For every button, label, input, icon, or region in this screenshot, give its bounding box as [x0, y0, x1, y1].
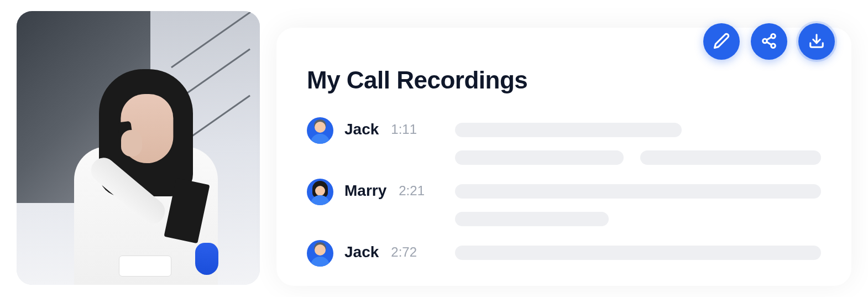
avatar	[307, 179, 333, 205]
pencil-icon	[713, 33, 730, 51]
photo-card	[17, 11, 260, 285]
card-title: My Call Recordings	[307, 66, 821, 94]
photo-placeholder	[17, 11, 260, 285]
recording-name: Jack	[344, 243, 379, 261]
edit-button[interactable]	[703, 23, 740, 60]
transcript-placeholder	[455, 117, 821, 165]
recordings-card: My Call Recordings Jack 1:11	[276, 28, 851, 286]
share-button[interactable]	[751, 23, 787, 60]
recording-info: Jack 2:72	[344, 240, 444, 261]
download-icon	[808, 33, 825, 51]
recording-name: Marry	[344, 182, 386, 200]
recording-time: 2:21	[399, 183, 425, 199]
svg-line-3	[767, 41, 772, 44]
share-icon	[761, 33, 777, 51]
recording-row[interactable]: Marry 2:21	[307, 179, 821, 226]
transcript-placeholder	[455, 179, 821, 226]
transcript-placeholder	[455, 240, 821, 260]
recording-info: Jack 1:11	[344, 117, 444, 138]
recording-time: 1:11	[391, 122, 417, 137]
avatar	[307, 117, 333, 144]
recording-row[interactable]: Jack 1:11	[307, 117, 821, 165]
avatar	[307, 240, 333, 267]
recording-name: Jack	[344, 121, 379, 138]
svg-line-4	[767, 37, 772, 40]
action-buttons	[703, 23, 835, 60]
recording-row[interactable]: Jack 2:72	[307, 240, 821, 267]
recording-info: Marry 2:21	[344, 179, 444, 200]
download-button[interactable]	[798, 23, 835, 60]
main-container: My Call Recordings Jack 1:11	[17, 11, 851, 286]
recording-time: 2:72	[391, 244, 417, 260]
